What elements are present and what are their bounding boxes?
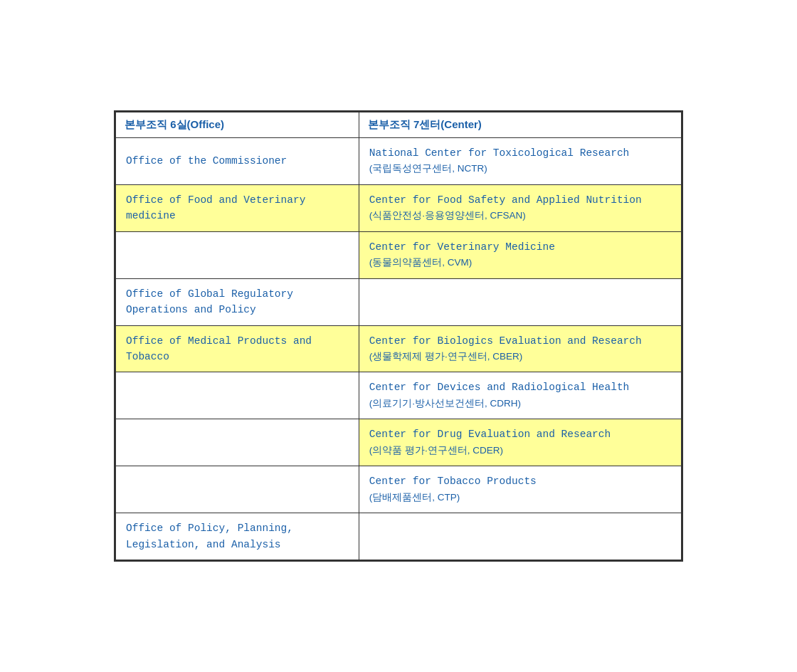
header-col1: 본부조직 6실(Office) (116, 112, 359, 137)
fda-org-table: 본부조직 6실(Office) 본부조직 7센터(Center) Office … (115, 112, 682, 560)
right-english-5: Center for Devices and Radiological Heal… (369, 382, 629, 393)
right-english-0: National Center for Toxicological Resear… (369, 147, 629, 159)
right-korean-4: (생물학제제 평가·연구센터, CBER) (369, 351, 523, 362)
right-cell-8 (359, 513, 681, 560)
right-cell-4: Center for Biologics Evaluation and Rese… (359, 325, 681, 372)
right-cell-5: Center for Devices and Radiological Heal… (359, 372, 681, 419)
left-cell-3: Office of Global Regulatory Operations a… (116, 278, 359, 325)
left-cell-1: Office of Food and Veterinary medicine (116, 184, 359, 231)
right-korean-1: (식품안전성·응용영양센터, CFSAN) (369, 210, 526, 221)
right-english-6: Center for Drug Evaluation and Research (369, 429, 611, 440)
right-english-2: Center for Veterinary Medicine (369, 241, 555, 253)
left-cell-2 (116, 231, 359, 278)
right-korean-0: (국립독성연구센터, NCTR) (369, 163, 487, 174)
left-cell-8: Office of Policy, Planning, Legislation,… (116, 513, 359, 560)
left-cell-7 (116, 466, 359, 513)
left-cell-5 (116, 372, 359, 419)
right-cell-3 (359, 278, 681, 325)
left-cell-4: Office of Medical Products and Tobacco (116, 325, 359, 372)
right-english-4: Center for Biologics Evaluation and Rese… (369, 335, 642, 347)
right-cell-1: Center for Food Safety and Applied Nutri… (359, 184, 681, 231)
right-english-7: Center for Tobacco Products (369, 476, 537, 487)
main-table-container: 본부조직 6실(Office) 본부조직 7센터(Center) Office … (114, 110, 683, 562)
right-cell-7: Center for Tobacco Products(담배제품센터, CTP) (359, 466, 681, 513)
right-cell-6: Center for Drug Evaluation and Research(… (359, 419, 681, 466)
right-korean-6: (의약품 평가·연구센터, CDER) (369, 445, 503, 456)
right-cell-0: National Center for Toxicological Resear… (359, 137, 681, 184)
header-col2: 본부조직 7센터(Center) (359, 112, 681, 137)
right-korean-2: (동물의약품센터, CVM) (369, 257, 473, 268)
right-cell-2: Center for Veterinary Medicine(동물의약품센터, … (359, 231, 681, 278)
left-cell-0: Office of the Commissioner (116, 137, 359, 184)
right-english-1: Center for Food Safety and Applied Nutri… (369, 194, 642, 206)
right-korean-5: (의료기기·방사선보건센터, CDRH) (369, 398, 521, 409)
right-korean-7: (담배제품센터, CTP) (369, 492, 460, 503)
left-cell-6 (116, 419, 359, 466)
